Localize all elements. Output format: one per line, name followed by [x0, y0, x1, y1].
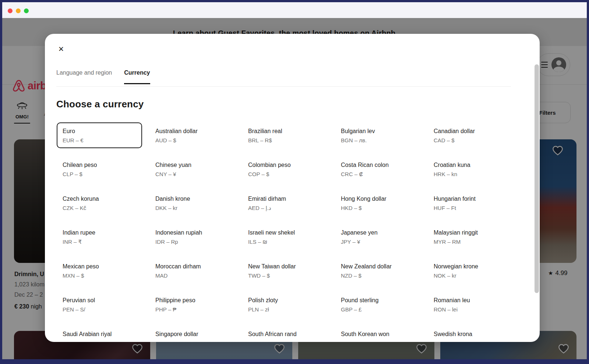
currency-option[interactable]: Bulgarian lev BGN – лв. [335, 122, 420, 148]
currency-option[interactable]: Israeli new shekel ILS – ₪ [242, 224, 328, 250]
currency-code: BRL – R$ [248, 136, 322, 144]
currency-option[interactable]: Romanian leu RON – lei [428, 292, 513, 317]
currency-name: Croatian kuna [434, 161, 507, 169]
currency-option[interactable]: Danish krone DKK – kr [149, 190, 235, 216]
minimize-window-button[interactable] [16, 8, 21, 13]
currency-name: Indian rupee [63, 228, 136, 237]
currency-option[interactable]: Chilean peso CLP – $ [57, 156, 142, 182]
currency-name: Saudi Arabian riyal [63, 330, 136, 339]
modal-scrollbar-thumb[interactable] [535, 64, 539, 293]
currency-option[interactable]: South Korean won [335, 325, 420, 342]
currency-option[interactable]: Malaysian ringgit MYR – RM [428, 224, 513, 250]
currency-code: NOK – kr [434, 272, 507, 280]
currency-option[interactable]: Norwegian krone NOK – kr [428, 258, 513, 283]
currency-option[interactable]: Brazilian real BRL – R$ [242, 122, 328, 148]
currency-name: Euro [63, 127, 136, 136]
close-window-button[interactable] [8, 8, 13, 13]
currency-option[interactable]: South African rand [242, 325, 328, 342]
currency-option[interactable]: Singapore dollar [149, 325, 235, 342]
currency-option[interactable]: Colombian peso COP – $ [242, 156, 328, 182]
currency-option[interactable]: Pound sterling GBP – £ [335, 292, 420, 317]
currency-modal: ✕ Language and region Currency Choose a … [45, 34, 540, 342]
currency-option[interactable]: Peruvian sol PEN – S/ [57, 292, 142, 317]
currency-name: Canadian dollar [434, 127, 507, 136]
zoom-window-button[interactable] [24, 8, 29, 13]
currency-name: New Zealand dollar [341, 262, 415, 271]
currency-option[interactable]: Chinese yuan CNY – ¥ [149, 156, 235, 182]
currency-option[interactable]: New Zealand dollar NZD – $ [335, 258, 420, 283]
currency-code: PLN – zł [248, 306, 322, 314]
currency-grid: Euro EUR – € Australian dollar AUD – $ B… [57, 122, 521, 342]
currency-option[interactable]: Saudi Arabian riyal [57, 325, 142, 342]
currency-option[interactable]: Mexican peso MXN – $ [57, 258, 142, 283]
currency-option[interactable]: Polish zloty PLN – zł [242, 292, 328, 317]
currency-code: ILS – ₪ [248, 238, 322, 246]
currency-name: Mexican peso [63, 262, 136, 271]
currency-name: Czech koruna [63, 195, 136, 203]
currency-name: Philippine peso [155, 296, 229, 305]
currency-name: Singapore dollar [155, 330, 229, 339]
currency-code: CZK – Kč [63, 204, 136, 212]
currency-name: Moroccan dirham [155, 262, 229, 271]
currency-option[interactable]: Japanese yen JPY – ¥ [335, 224, 420, 250]
currency-name: Pound sterling [341, 296, 415, 305]
currency-code: AED – د.إ [248, 204, 322, 212]
currency-code: BGN – лв. [341, 136, 415, 144]
currency-name: Polish zloty [248, 296, 322, 305]
currency-code: CAD – $ [434, 136, 507, 144]
currency-code: IDR – Rp [155, 238, 229, 246]
currency-name: Japanese yen [341, 228, 415, 237]
tab-currency[interactable]: Currency [124, 69, 150, 84]
currency-code: GBP – £ [341, 306, 415, 314]
currency-code: RON – lei [434, 306, 507, 314]
currency-option[interactable]: Euro EUR – € [57, 122, 142, 148]
currency-name: Malaysian ringgit [434, 228, 507, 237]
currency-option[interactable]: Emirati dirham AED – د.إ [242, 190, 328, 216]
currency-name: Hong Kong dollar [341, 195, 415, 203]
currency-option[interactable]: Moroccan dirham MAD [149, 258, 235, 283]
currency-name: Bulgarian lev [341, 127, 415, 136]
currency-option[interactable]: Indian rupee INR – ₹ [57, 224, 142, 250]
currency-code: PHP – ₱ [155, 306, 229, 314]
currency-option[interactable]: Costa Rican colon CRC – ₡ [335, 156, 420, 182]
currency-name: Brazilian real [248, 127, 322, 136]
currency-name: Indonesian rupiah [155, 228, 229, 237]
tabs-divider [56, 86, 511, 87]
currency-name: South African rand [248, 330, 322, 339]
currency-name: Israeli new shekel [248, 228, 322, 237]
currency-name: Chinese yuan [155, 161, 229, 169]
currency-code: DKK – kr [155, 204, 229, 212]
currency-option[interactable]: Czech koruna CZK – Kč [57, 190, 142, 216]
close-modal-button[interactable]: ✕ [56, 44, 66, 54]
currency-name: Chilean peso [63, 161, 136, 169]
currency-name: Colombian peso [248, 161, 322, 169]
currency-option[interactable]: New Taiwan dollar TWD – $ [242, 258, 328, 283]
currency-name: Hungarian forint [434, 195, 507, 203]
currency-option[interactable]: Swedish krona [428, 325, 513, 342]
tab-language-and-region[interactable]: Language and region [56, 69, 112, 84]
currency-option[interactable]: Hungarian forint HUF – Ft [428, 190, 513, 216]
currency-option[interactable]: Indonesian rupiah IDR – Rp [149, 224, 235, 250]
currency-option[interactable]: Canadian dollar CAD – $ [428, 122, 513, 148]
currency-code: INR – ₹ [63, 238, 136, 246]
currency-code: CLP – $ [63, 170, 136, 178]
currency-code: TWD – $ [248, 272, 322, 280]
currency-name: Romanian leu [434, 296, 507, 305]
currency-name: South Korean won [341, 330, 415, 339]
currency-name: Australian dollar [155, 127, 229, 136]
currency-code: HKD – $ [341, 204, 415, 212]
modal-heading: Choose a currency [56, 99, 144, 110]
currency-option[interactable]: Croatian kuna HRK – kn [428, 156, 513, 182]
currency-name: Swedish krona [434, 330, 507, 339]
currency-option[interactable]: Hong Kong dollar HKD – $ [335, 190, 420, 216]
currency-code: MXN – $ [63, 272, 136, 280]
currency-code: PEN – S/ [63, 306, 136, 314]
currency-name: Emirati dirham [248, 195, 322, 203]
currency-code: HRK – kn [434, 170, 507, 178]
currency-code: JPY – ¥ [341, 238, 415, 246]
modal-tabs: Language and region Currency [56, 69, 150, 84]
currency-option[interactable]: Philippine peso PHP – ₱ [149, 292, 235, 317]
currency-code: EUR – € [63, 136, 136, 144]
currency-name: Costa Rican colon [341, 161, 415, 169]
currency-option[interactable]: Australian dollar AUD – $ [149, 122, 235, 148]
